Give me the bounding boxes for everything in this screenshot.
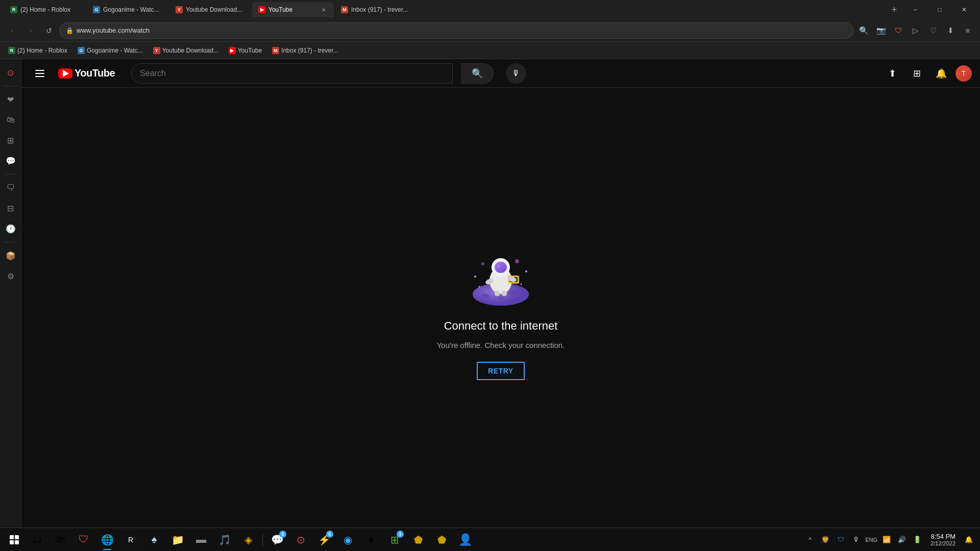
sidebar-icon-sidebar-7[interactable]: ⊟ bbox=[2, 199, 20, 217]
sidebar-icon-sidebar-3[interactable]: 🛍 bbox=[2, 111, 20, 129]
start-icon bbox=[10, 535, 19, 544]
svg-point-5 bbox=[474, 276, 476, 278]
browser-tab-tab1[interactable]: R (2) Home - Roblox bbox=[4, 2, 86, 17]
sidebar-icon-sidebar-6[interactable]: 🗨 bbox=[2, 179, 20, 197]
window-controls: − □ ✕ bbox=[903, 0, 976, 19]
tray-brave-icon[interactable]: 🦁 bbox=[818, 533, 832, 547]
maximize-button[interactable]: □ bbox=[928, 0, 951, 19]
taskbar-spotify[interactable]: 🎵 bbox=[213, 529, 236, 551]
tray-wifi[interactable]: 📶 bbox=[879, 533, 894, 547]
svg-point-3 bbox=[508, 290, 519, 295]
play-button[interactable]: ▷ bbox=[908, 22, 924, 39]
bookmark-bm2[interactable]: G Gogoanime - Watc... bbox=[74, 46, 147, 55]
retry-button[interactable]: RETRY bbox=[477, 362, 524, 380]
toolbar-actions: 🔍 📷 🛡 ▷ ♡ ⬇ ≡ bbox=[855, 22, 976, 39]
tray-sound[interactable]: 🔊 bbox=[895, 533, 909, 547]
taskbar-store[interactable]: 🛍 bbox=[49, 529, 71, 551]
heart-button[interactable]: ♡ bbox=[925, 22, 941, 39]
menu-button[interactable]: ≡ bbox=[960, 22, 976, 39]
youtube-upload-button[interactable]: ⬆ bbox=[882, 63, 902, 84]
youtube-search-input[interactable] bbox=[132, 64, 452, 83]
browser-tab-tab2[interactable]: G Gogoanime - Watc... bbox=[87, 2, 168, 17]
sidebar-icon-sidebar-10[interactable]: ⚙ bbox=[2, 267, 20, 285]
hamburger-line-3 bbox=[35, 76, 44, 77]
taskbar-overwolf[interactable]: ◈ bbox=[237, 529, 259, 551]
youtube-avatar[interactable]: T bbox=[955, 65, 972, 82]
sidebar-icon-sidebar-4[interactable]: ⊞ bbox=[2, 131, 20, 149]
taskbar-mcafee[interactable]: 🛡 bbox=[72, 529, 95, 551]
address-text: www.youtube.com/watch bbox=[77, 27, 847, 34]
close-button[interactable]: ✕ bbox=[952, 0, 976, 19]
svg-point-12 bbox=[495, 262, 507, 273]
system-clock[interactable]: 8:54 PM 2/12/2022 bbox=[926, 533, 960, 546]
back-button[interactable]: ‹ bbox=[4, 22, 20, 39]
youtube-mic-button[interactable]: 🎙 bbox=[506, 63, 526, 84]
youtube-menu-button[interactable] bbox=[30, 63, 50, 84]
svg-point-7 bbox=[521, 283, 522, 285]
hamburger-line-1 bbox=[35, 70, 44, 71]
tray-chevron[interactable]: ^ bbox=[803, 533, 817, 547]
tray-lang[interactable]: ENG bbox=[864, 533, 878, 547]
taskbar-user-avatar[interactable]: 👤 bbox=[454, 529, 476, 551]
taskbar-discord[interactable]: 💬 5 bbox=[266, 529, 288, 551]
taskbar-ea1[interactable]: ⬟ bbox=[407, 529, 429, 551]
taskbar-ea2[interactable]: ⬟ bbox=[430, 529, 453, 551]
taskbar-xbox[interactable]: ⊞ 3 bbox=[383, 529, 406, 551]
tray-battery[interactable]: 🔋 bbox=[910, 533, 924, 547]
taskbar-steam-launcher[interactable]: ♠ bbox=[143, 529, 165, 551]
taskbar-opera[interactable]: ⊙ bbox=[289, 529, 312, 551]
youtube-apps-button[interactable]: ⊞ bbox=[906, 63, 927, 84]
sidebar-icon-sidebar-9[interactable]: 📦 bbox=[2, 246, 20, 265]
toolbar: ‹ › ↺ 🔒 www.youtube.com/watch 🔍 📷 🛡 ▷ ♡ … bbox=[0, 19, 980, 42]
discord-badge: 5 bbox=[279, 531, 286, 538]
svg-point-2 bbox=[481, 294, 489, 298]
forward-button[interactable]: › bbox=[22, 22, 39, 39]
browser-tab-tab5[interactable]: M Inbox (917) - trever... bbox=[335, 2, 416, 17]
bookmark-bm5[interactable]: M Inbox (917) - trever... bbox=[268, 46, 342, 55]
sidebar-icon-sidebar-8[interactable]: 🕐 bbox=[2, 219, 20, 238]
taskbar-roblox[interactable]: R bbox=[119, 529, 142, 551]
sidebar-icon-sidebar-5[interactable]: 💬 bbox=[2, 152, 20, 170]
start-button[interactable] bbox=[4, 530, 24, 550]
tab-bar: R (2) Home - Roblox G Gogoanime - Watc..… bbox=[4, 0, 901, 19]
tray-malwarebytes[interactable]: 🛡 bbox=[834, 533, 848, 547]
search-toolbar-button[interactable]: 🔍 bbox=[855, 22, 872, 39]
browser-tab-tab4[interactable]: ▶ YouTube ✕ bbox=[252, 2, 334, 17]
taskbar-app-unknown[interactable]: ▬ bbox=[190, 529, 212, 551]
svg-rect-18 bbox=[495, 291, 500, 296]
notification-center[interactable]: 🔔 bbox=[962, 533, 976, 547]
browser-frame: R (2) Home - Roblox G Gogoanime - Watc..… bbox=[0, 0, 980, 528]
bookmark-bm1[interactable]: R (2) Home - Roblox bbox=[4, 46, 71, 55]
tab-close-button[interactable]: ✕ bbox=[320, 6, 328, 14]
new-tab-button[interactable]: + bbox=[887, 3, 901, 17]
hamburger-line-2 bbox=[35, 73, 44, 74]
bookmark-bm3[interactable]: Y Youtube Download... bbox=[149, 46, 223, 55]
taskbar-steam[interactable]: ♠ bbox=[360, 529, 382, 551]
svg-point-21 bbox=[481, 262, 484, 265]
minimize-button[interactable]: − bbox=[903, 0, 927, 19]
system-tray: ^ 🦁 🛡 🎙 ENG 📶 🔊 🔋 bbox=[803, 533, 924, 547]
youtube-bell-button[interactable]: 🔔 bbox=[931, 63, 951, 84]
taskbar-psplus[interactable]: ◉ bbox=[336, 529, 359, 551]
taskbar-battlenet[interactable]: ⚡ 5 bbox=[313, 529, 335, 551]
reload-button[interactable]: ↺ bbox=[41, 22, 57, 39]
sidebar-icon-sidebar-2[interactable]: ❤ bbox=[2, 90, 20, 109]
taskbar-folder[interactable]: 📁 bbox=[166, 529, 189, 551]
youtube-play-triangle bbox=[63, 70, 69, 77]
taskbar-file-explorer[interactable]: 🗂 bbox=[26, 529, 48, 551]
shield-button[interactable]: 🛡 bbox=[890, 22, 906, 39]
download-button[interactable]: ⬇ bbox=[942, 22, 959, 39]
svg-point-4 bbox=[498, 296, 504, 299]
youtube-logo[interactable]: YouTube bbox=[58, 67, 115, 79]
browser-body: ⊙❤🛍⊞💬🗨⊟🕐📦⚙ YouTube bbox=[0, 59, 980, 528]
address-bar[interactable]: 🔒 www.youtube.com/watch bbox=[59, 22, 853, 39]
sidebar-icon-sidebar-1[interactable]: ⊙ bbox=[2, 63, 20, 82]
youtube-search-button[interactable]: 🔍 bbox=[461, 63, 494, 84]
bookmark-bm4[interactable]: ▶ YouTube bbox=[225, 46, 266, 55]
tray-mic[interactable]: 🎙 bbox=[849, 533, 863, 547]
youtube-search-bar bbox=[131, 63, 453, 84]
browser-tab-tab3[interactable]: Y Youtube Download... bbox=[169, 2, 251, 17]
svg-rect-19 bbox=[502, 291, 507, 296]
camera-button[interactable]: 📷 bbox=[873, 22, 889, 39]
taskbar-chrome[interactable]: 🌐 bbox=[96, 529, 118, 551]
